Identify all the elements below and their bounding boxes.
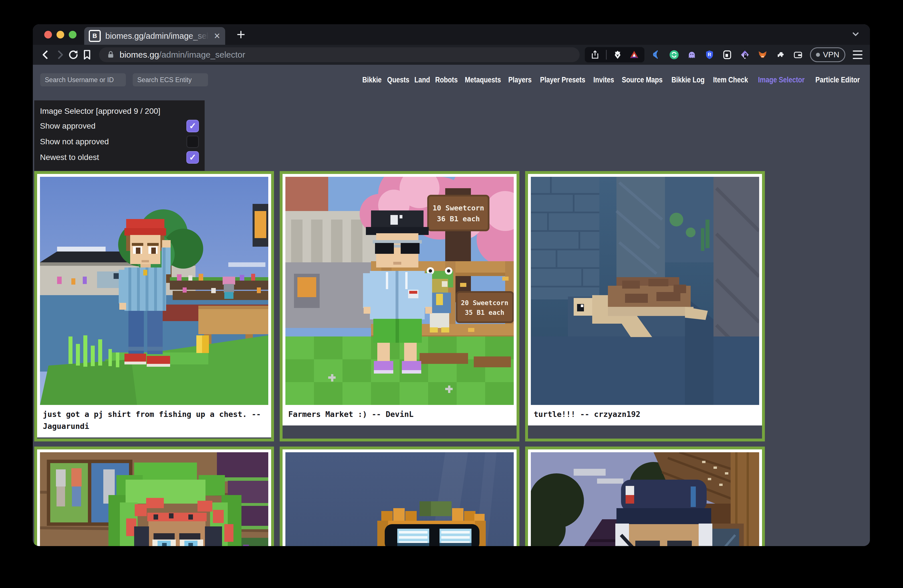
- image-card[interactable]: just got a pj shirt from fishing up a ch…: [34, 171, 274, 441]
- reload-button[interactable]: [66, 48, 80, 61]
- nav-land[interactable]: Land: [414, 75, 430, 85]
- nav-robots[interactable]: Robots: [435, 75, 458, 85]
- bat-rewards-icon[interactable]: [628, 49, 640, 60]
- bookmark-icon[interactable]: [80, 48, 94, 61]
- tab-close-icon[interactable]: ×: [214, 31, 220, 41]
- card-image-eyepatch[interactable]: [531, 452, 759, 546]
- forward-button[interactable]: [53, 48, 66, 61]
- nav-source-maps[interactable]: Source Maps: [622, 75, 663, 85]
- search-username-input[interactable]: [40, 73, 126, 86]
- vpn-label: VPN: [823, 50, 839, 59]
- share-icon[interactable]: [589, 49, 601, 60]
- nav-metaquests[interactable]: Metaquests: [465, 75, 501, 85]
- url-bar[interactable]: biomes.gg/admin/image_selector: [99, 47, 580, 62]
- new-tab-button[interactable]: +: [237, 27, 245, 42]
- toolbar-right-tools: R VPN: [585, 47, 864, 63]
- nav-item-check[interactable]: Item Check: [713, 75, 748, 85]
- image-selector-filter-panel: Image Selector [approved 9 / 200] Show a…: [34, 100, 205, 171]
- image-caption: just got a pj shirt from fishing up a ch…: [40, 405, 268, 437]
- image-card[interactable]: 10 Sweetcorn 36 B1 each: [280, 171, 519, 441]
- svg-text:36 B1 each: 36 B1 each: [437, 215, 480, 223]
- tab-search-chevron-icon[interactable]: [850, 28, 861, 41]
- image-caption: Farmers Market :) -- DevinL: [285, 405, 514, 425]
- image-grid: just got a pj shirt from fishing up a ch…: [34, 171, 765, 546]
- browser-menu-icon[interactable]: [852, 49, 864, 60]
- close-window-button[interactable]: [44, 31, 52, 39]
- wallet-extension-icon[interactable]: [792, 49, 804, 60]
- search-ecs-input[interactable]: [133, 73, 208, 86]
- svg-text:20 Sweetcorn: 20 Sweetcorn: [461, 299, 508, 307]
- nav-image-selector[interactable]: Image Selector: [758, 75, 804, 85]
- card-image-pj-shirt[interactable]: [40, 177, 268, 405]
- lock-icon: [107, 50, 115, 59]
- checkbox-show-approved[interactable]: [186, 120, 199, 132]
- filter-panel-title: Image Selector [approved 9 / 200]: [40, 104, 199, 118]
- signal-waves-extension-icon[interactable]: [651, 49, 662, 60]
- image-caption: turtle!!! -- crzyazn192: [531, 405, 759, 425]
- svg-text:R: R: [708, 52, 711, 57]
- tab-title-fade: [189, 31, 209, 41]
- reader-extension-icon[interactable]: [722, 49, 733, 60]
- url-text: biomes.gg/admin/image_selector: [120, 50, 245, 60]
- checkbox-newest-to-oldest[interactable]: [186, 151, 199, 164]
- metamask-fox-extension-icon[interactable]: [757, 49, 768, 60]
- nav-player-presets[interactable]: Player Presets: [540, 75, 585, 85]
- browser-window: B biomes.gg/admin/image_selector × +: [33, 24, 870, 546]
- biomes-favicon-icon: B: [89, 30, 101, 42]
- back-button[interactable]: [39, 48, 53, 61]
- svg-text:35 B1 each: 35 B1 each: [465, 309, 504, 316]
- svg-text:10 Sweetcorn: 10 Sweetcorn: [433, 204, 485, 212]
- card-image-watermelon[interactable]: [40, 452, 268, 546]
- image-card[interactable]: turtle!!! -- crzyazn192: [525, 171, 765, 441]
- nav-particle-editor[interactable]: Particle Editor: [815, 75, 860, 85]
- sync-extension-icon[interactable]: [669, 49, 680, 60]
- filter-label: Show not approved: [40, 137, 109, 146]
- filter-row-newest-to-oldest: Newest to oldest: [40, 149, 199, 165]
- browser-tab[interactable]: B biomes.gg/admin/image_selector ×: [84, 27, 225, 45]
- vpn-button[interactable]: VPN: [810, 47, 845, 62]
- filter-label: Show approved: [40, 121, 96, 130]
- image-card[interactable]: [34, 447, 274, 546]
- shield-r-extension-icon[interactable]: R: [704, 49, 715, 60]
- card-image-turtle[interactable]: [531, 177, 759, 405]
- gem-lock-extension-icon[interactable]: [739, 49, 750, 60]
- nav-quests[interactable]: Quests: [387, 75, 409, 85]
- minimize-window-button[interactable]: [57, 31, 64, 39]
- image-card[interactable]: [525, 447, 765, 546]
- nav-invites[interactable]: Invites: [593, 75, 614, 85]
- card-image-farmers-market[interactable]: 10 Sweetcorn 36 B1 each: [285, 177, 514, 405]
- brave-actions-pill: [585, 47, 644, 63]
- admin-page: Bikkie Quests Land Robots Metaquests Pla…: [33, 65, 870, 546]
- vpn-status-dot: [816, 53, 820, 57]
- market-sign: 10 Sweetcorn 36 B1 each: [428, 196, 489, 230]
- image-card[interactable]: [280, 447, 519, 546]
- zoom-window-button[interactable]: [69, 31, 77, 39]
- screenshot-canvas: B biomes.gg/admin/image_selector × +: [0, 0, 903, 588]
- admin-header: Bikkie Quests Land Robots Metaquests Pla…: [33, 65, 870, 86]
- browser-toolbar: biomes.gg/admin/image_selector: [33, 45, 870, 65]
- filter-row-show-not-approved: Show not approved: [40, 134, 199, 149]
- brave-shields-lion-icon[interactable]: [612, 49, 623, 60]
- card-image-pumpkin[interactable]: [285, 452, 514, 546]
- checkbox-show-not-approved[interactable]: [186, 135, 199, 148]
- nav-bikkie[interactable]: Bikkie: [362, 75, 382, 85]
- traffic-lights: [44, 31, 84, 39]
- market-sign: 20 Sweetcorn 35 B1 each: [457, 292, 513, 322]
- toolbar-divider: [606, 50, 607, 60]
- nav-players[interactable]: Players: [508, 75, 532, 85]
- admin-nav: Bikkie Quests Land Robots Metaquests Pla…: [360, 75, 865, 85]
- tab-strip: B biomes.gg/admin/image_selector × +: [33, 24, 870, 45]
- filter-row-show-approved: Show approved: [40, 118, 199, 134]
- filter-label: Newest to oldest: [40, 153, 99, 162]
- extensions-puzzle-icon[interactable]: [775, 49, 786, 60]
- phantom-ghost-extension-icon[interactable]: [686, 49, 697, 60]
- tab-title: biomes.gg/admin/image_selector: [105, 31, 209, 41]
- nav-bikkie-log[interactable]: Bikkie Log: [672, 75, 705, 85]
